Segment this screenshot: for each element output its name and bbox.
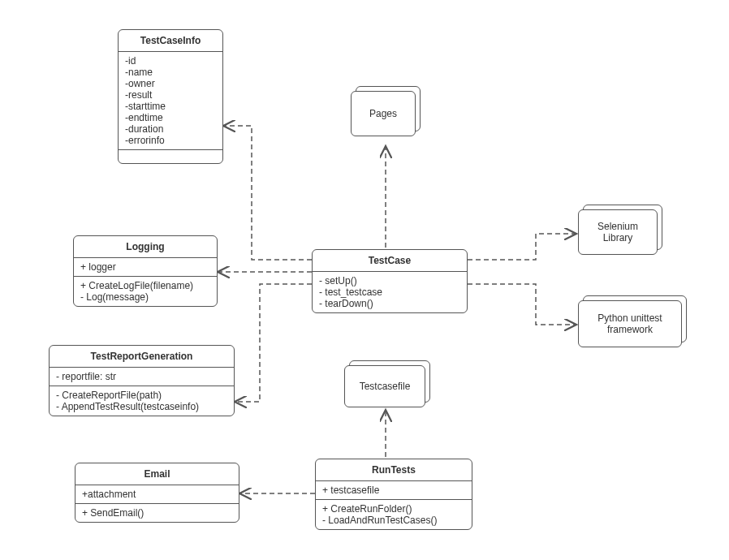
class-title: TestCaseInfo — [119, 30, 222, 52]
attr: -name — [125, 67, 216, 78]
class-testcase: TestCase - setUp() - test_testcase - tea… — [312, 249, 468, 313]
op: - tearDown() — [319, 298, 460, 309]
attr: - reportfile: str — [56, 371, 227, 382]
class-testcaseinfo: TestCaseInfo -id -name -owner -result -s… — [118, 29, 223, 164]
package-label: Testcasefile — [360, 381, 411, 392]
class-runtests: RunTests + testcasefile + CreateRunFolde… — [315, 459, 472, 530]
package-label: Selenium Library — [582, 221, 654, 243]
class-title: TestReportGeneration — [50, 346, 234, 368]
class-logging: Logging + logger + CreateLogFile(filenam… — [73, 235, 218, 307]
attr: -endtime — [125, 112, 216, 123]
ops: - CreateReportFile(path) - AppendTestRes… — [50, 386, 234, 416]
package-pages: Pages — [351, 91, 416, 136]
op: + CreateLogFile(filename) — [80, 280, 210, 291]
ops: + CreateLogFile(filename) - Log(message) — [74, 276, 217, 306]
attr: +attachment — [82, 489, 232, 500]
attr: + logger — [80, 261, 210, 273]
class-email: Email +attachment + SendEmail() — [75, 463, 239, 523]
package-pyunit: Python unittest framework — [578, 300, 682, 347]
op: - test_testcase — [319, 286, 460, 298]
ops: + CreateRunFolder() - LoadAndRunTestCase… — [316, 499, 472, 529]
op: + SendEmail() — [82, 507, 232, 519]
op: + CreateRunFolder() — [322, 503, 465, 515]
attrs: - reportfile: str — [50, 368, 234, 386]
attr: -errorinfo — [125, 135, 216, 146]
ops: + SendEmail() — [75, 503, 239, 522]
op: - LoadAndRunTestCases() — [322, 515, 465, 526]
attrs: + testcasefile — [316, 481, 472, 499]
package-label: Pages — [369, 108, 397, 119]
op: - AppendTestResult(testcaseinfo) — [56, 401, 227, 412]
ops-empty — [119, 149, 222, 163]
attrs: +attachment — [75, 485, 239, 503]
op: - setUp() — [319, 275, 460, 286]
attr: -result — [125, 89, 216, 101]
attr: -duration — [125, 123, 216, 135]
attr: -id — [125, 55, 216, 67]
class-title: TestCase — [313, 250, 467, 272]
package-testcasefile: Testcasefile — [344, 365, 425, 407]
package-selenium: Selenium Library — [578, 209, 658, 255]
ops: - setUp() - test_testcase - tearDown() — [313, 272, 467, 312]
class-title: Logging — [74, 236, 217, 258]
attr: -starttime — [125, 101, 216, 112]
class-title: RunTests — [316, 459, 472, 481]
attr: + testcasefile — [322, 485, 465, 496]
attr: -owner — [125, 78, 216, 89]
attrs: -id -name -owner -result -starttime -end… — [119, 52, 222, 149]
attrs: + logger — [74, 258, 217, 276]
op: - Log(message) — [80, 291, 210, 303]
class-testreportgen: TestReportGeneration - reportfile: str -… — [49, 345, 235, 416]
class-title: Email — [75, 463, 239, 485]
op: - CreateReportFile(path) — [56, 390, 227, 401]
package-label: Python unittest framework — [582, 312, 678, 335]
